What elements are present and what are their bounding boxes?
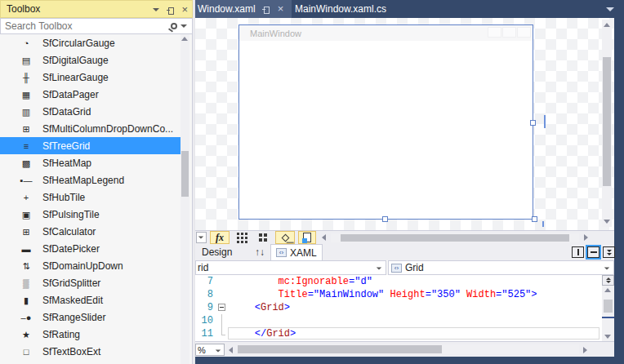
design-vertical-scrollbar[interactable]	[602, 20, 612, 227]
toolbox-item[interactable]: ▮SfMaskedEdit	[0, 291, 181, 309]
toolbox-item[interactable]: ≡SfTreeGrid	[0, 137, 181, 154]
toolbox-item[interactable]: ⇅SfDomainUpDown	[0, 257, 181, 274]
editor-horizontal-scrollbar[interactable]	[238, 344, 579, 354]
search-options-icon[interactable]	[181, 24, 187, 28]
scroll-down-icon[interactable]	[604, 220, 610, 224]
right-dock-edge	[614, 0, 624, 364]
designed-window-titlebar: MainWindow	[239, 25, 533, 41]
toolbox-item[interactable]: ▦SfDataPager	[0, 86, 181, 103]
editor-zoom-combo[interactable]: %	[195, 344, 225, 356]
toolbox-item[interactable]: ▪—SfHeatMapLegend	[0, 171, 181, 189]
design-surface[interactable]: MainWindow	[195, 18, 614, 230]
scroll-up-icon[interactable]	[604, 288, 611, 292]
toolbox-item-label: SfHeatMap	[42, 158, 91, 169]
tab-close-icon[interactable]: ×	[278, 5, 284, 13]
toolbox-item[interactable]: ╫SfLinearGauge	[0, 69, 181, 86]
toolbox-item[interactable]: +SfHubTile	[0, 189, 181, 206]
grid-splitter-icon: ▒	[20, 277, 33, 290]
collapse-region-icon[interactable]	[218, 304, 225, 311]
code-line[interactable]: 8 Title="MainWindow" Height="350" Width=…	[195, 288, 614, 301]
snap-to-grid-button[interactable]	[254, 231, 272, 244]
effects-toggle-button[interactable]: fx	[210, 231, 230, 244]
toolbox-item[interactable]: ◔SfCircularGauge	[0, 34, 181, 51]
breadcrumb-element-combo[interactable]: rid	[195, 260, 386, 275]
toolbox-item-label: SfHubTile	[42, 192, 85, 203]
resize-handle-bottom[interactable]	[382, 216, 388, 222]
designer-zoom-combo[interactable]	[196, 232, 207, 243]
resize-handle-right[interactable]	[530, 120, 536, 126]
toolbox-item[interactable]: ⊞SfCalculator	[0, 223, 181, 240]
toolbox-item[interactable]: ▤SfDigitalGauge	[0, 51, 181, 69]
tab-xaml-view[interactable]: ‹› XAML	[270, 244, 323, 260]
fold-collapse-margin[interactable]	[216, 301, 228, 314]
window-position-icon[interactable]	[153, 8, 159, 11]
code-line[interactable]: 9 <Grid>	[195, 301, 614, 314]
vertical-split-button[interactable]	[572, 246, 584, 258]
tab-mainwindow-xaml[interactable]: Window.xaml ×	[195, 0, 292, 18]
toolbox-item[interactable]: □SfTextBoxExt	[0, 343, 181, 360]
xaml-code-editor[interactable]: 7 mc:Ignorable="d"8 Title="MainWindow" H…	[195, 275, 614, 341]
toolbox-header[interactable]: Toolbox ×	[0, 0, 193, 18]
show-grid-button[interactable]	[233, 231, 251, 244]
toolbox-item[interactable]: ‒●SfRangeSlider	[0, 309, 181, 326]
project-code-toggle-button[interactable]	[298, 231, 316, 244]
scroll-down-icon[interactable]	[604, 335, 611, 339]
pin-icon[interactable]	[167, 7, 174, 13]
ide-window: Toolbox × ◔SfCircularGauge▤SfDigitalGaug…	[0, 0, 624, 364]
multicolumn-dropdown-icon: ⊞	[20, 122, 33, 135]
toolbox-item-label: SfCalculator	[42, 226, 96, 237]
toolbox-scrollbar[interactable]	[181, 34, 189, 364]
scroll-up-icon[interactable]	[181, 37, 188, 41]
tab-design-view[interactable]: Design	[195, 244, 243, 260]
dropdown-icon[interactable]	[216, 349, 221, 352]
element-icon: ‹›	[391, 264, 402, 273]
code-line[interactable]: 7 mc:Ignorable="d"	[195, 275, 614, 288]
designed-window[interactable]: MainWindow	[238, 24, 533, 220]
linear-gauge-icon: ╫	[20, 71, 33, 84]
toolbox-item[interactable]: ▩SfHeatMap	[0, 154, 181, 171]
editor-hscroll-thumb[interactable]	[238, 345, 442, 353]
scroll-left-icon[interactable]	[229, 347, 233, 353]
digital-gauge-icon: ▤	[20, 54, 33, 67]
search-icon[interactable]	[171, 23, 177, 29]
scroll-left-icon[interactable]	[322, 234, 326, 241]
editor-split-handle[interactable]	[602, 275, 614, 286]
resize-handle-corner[interactable]	[532, 216, 537, 222]
collapse-pane-button[interactable]	[603, 246, 615, 258]
snaplines-toggle-button[interactable]	[275, 231, 295, 244]
search-input[interactable]	[1, 20, 171, 33]
scroll-right-icon[interactable]	[583, 347, 587, 353]
editor-scroll-thumb[interactable]	[604, 300, 613, 313]
pulsing-tile-icon: ▣	[20, 208, 33, 221]
vertical-split-icon	[577, 249, 579, 255]
toolbox-item[interactable]: ★SfRating	[0, 326, 181, 343]
tab-pin-icon[interactable]	[262, 7, 270, 12]
breadcrumb-member-combo[interactable]: ‹› Grid	[388, 260, 614, 275]
code-line[interactable]: 11 </Grid>	[195, 327, 614, 340]
toolbox-item[interactable]: ▣SfPulsingTile	[0, 206, 181, 223]
editor-vertical-scrollbar[interactable]	[602, 275, 614, 341]
scroll-up-icon[interactable]	[604, 23, 610, 27]
toolbox-scroll-thumb[interactable]	[181, 151, 189, 197]
maximize-button-placeholder	[502, 27, 516, 38]
dropdown-icon[interactable]	[377, 267, 381, 269]
tab-list-dropdown-icon[interactable]	[606, 7, 614, 11]
toolbox-item[interactable]: ▥SfDataGrid	[0, 103, 181, 120]
toolbox-item[interactable]: ▒SfGridSplitter	[0, 274, 181, 291]
design-horizontal-scrollbar[interactable]	[331, 233, 579, 242]
close-icon[interactable]: ×	[181, 6, 188, 14]
tab-mainwindow-xaml-cs[interactable]: MainWindow.xaml.cs	[295, 0, 386, 18]
tab-label: Window.xaml	[195, 3, 256, 15]
swap-panes-button[interactable]: ↑↓	[249, 244, 270, 260]
horizontal-split-button[interactable]	[587, 246, 599, 258]
code-line[interactable]: 10	[195, 314, 614, 327]
design-scroll-thumb[interactable]	[603, 57, 611, 186]
dropdown-icon[interactable]	[604, 267, 609, 269]
toolbox-item[interactable]: ▬SfDatePicker	[0, 240, 181, 257]
scroll-right-icon[interactable]	[584, 234, 588, 241]
design-hscroll-thumb[interactable]	[341, 234, 569, 242]
toolbox-item[interactable]: ⊞SfMultiColumnDropDownCo...	[0, 120, 181, 137]
date-picker-icon: ▬	[20, 242, 33, 255]
toolbox-item-label: SfDomainUpDown	[42, 260, 123, 272]
toolbox-item-label: SfRating	[42, 329, 80, 340]
